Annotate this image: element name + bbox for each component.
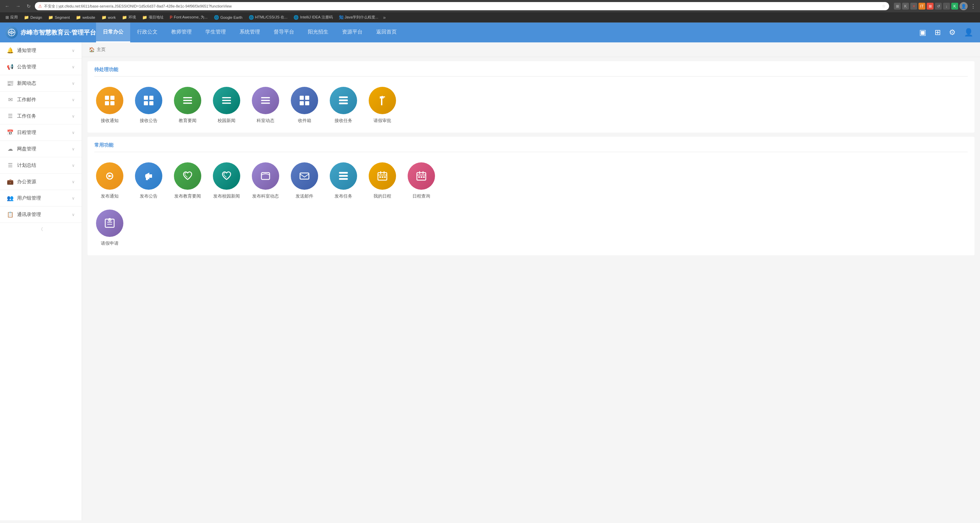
func-publish-notification[interactable]: 发布通知 bbox=[94, 163, 125, 199]
bookmark-work[interactable]: 📁 work bbox=[99, 14, 119, 21]
nav-tab-admin[interactable]: 行政公文 bbox=[130, 22, 164, 42]
sidebar-item-left-6: 📅 日程管理 bbox=[7, 129, 36, 136]
bookmark-html[interactable]: 🌐 HTML/CSS/JS 在... bbox=[246, 14, 290, 21]
sidebar-item-tasks[interactable]: ☰ 工作任务 ∨ bbox=[0, 108, 82, 124]
address-bar[interactable]: ⚠ 不安全 | ypt.cfedu.net:6611/base-server/a… bbox=[35, 2, 889, 10]
func-schedule-query[interactable]: 日程查询 bbox=[406, 163, 437, 199]
sidebar-label-schedule: 日程管理 bbox=[17, 129, 36, 136]
ext-button-5[interactable]: ⊞ bbox=[927, 3, 934, 10]
common-function-grid: 发布通知 发布公告 bbox=[94, 159, 968, 203]
bookmark-fontawesome[interactable]: P Font Awesome, 为... bbox=[167, 14, 210, 21]
svg-point-55 bbox=[109, 219, 110, 220]
bookmark-design[interactable]: 📁 Design bbox=[21, 14, 45, 21]
svg-rect-21 bbox=[305, 96, 309, 100]
main-layout: 🔔 通知管理 ∨ 📢 公告管理 ∨ 📰 新闻动态 ∨ ✉ 工作邮件 ∨ bbox=[0, 42, 980, 520]
bookmark-website[interactable]: 📁 website bbox=[73, 14, 98, 21]
menu-button[interactable]: ⋮ bbox=[969, 3, 977, 10]
svg-rect-34 bbox=[339, 172, 348, 174]
ext-button-4[interactable]: IT bbox=[918, 3, 925, 10]
bookmark-segment[interactable]: 📁 Segment bbox=[45, 14, 72, 21]
ext-button-6[interactable]: ↺ bbox=[935, 3, 942, 10]
func-publish-announcement[interactable]: 发布公告 bbox=[133, 163, 164, 199]
bookmark-label: 环境 bbox=[129, 15, 136, 20]
sidebar-item-netdisk[interactable]: ☁ 网盘管理 ∨ bbox=[0, 141, 82, 157]
nav-tab-supervision[interactable]: 督导平台 bbox=[267, 22, 301, 42]
func-label-publish-dept-news: 发布科室动态 bbox=[252, 193, 279, 199]
bookmark-label: IntelliJ IDEA 注册码 bbox=[300, 15, 332, 20]
bookmark-env[interactable]: 📁 环境 bbox=[119, 14, 139, 21]
sidebar-collapse-button[interactable]: 《 bbox=[0, 223, 82, 236]
pending-section: 待处理功能 接收通知 bbox=[88, 61, 975, 132]
svg-rect-23 bbox=[305, 101, 309, 105]
bookmark-intellij[interactable]: 🌐 IntelliJ IDEA 注册码 bbox=[291, 14, 335, 21]
settings-button[interactable]: ⚙ bbox=[948, 27, 957, 38]
bookmark-project[interactable]: 📁 项目地址 bbox=[139, 14, 166, 21]
sidebar-item-schedule[interactable]: 📅 日程管理 ∨ bbox=[0, 124, 82, 141]
svg-rect-4 bbox=[110, 96, 115, 100]
svg-rect-13 bbox=[183, 102, 192, 104]
ext-button-3[interactable]: ✕ bbox=[910, 3, 917, 10]
email-icon: ✉ bbox=[7, 96, 14, 103]
home-icon: 🏠 bbox=[89, 47, 95, 52]
forward-button[interactable]: → bbox=[14, 2, 22, 10]
func-campus-news[interactable]: 校园新闻 bbox=[211, 87, 242, 124]
svg-rect-43 bbox=[384, 176, 386, 178]
nav-tab-recruitment[interactable]: 阳光招生 bbox=[301, 22, 335, 42]
func-send-email[interactable]: 发送邮件 bbox=[289, 163, 320, 199]
refresh-button[interactable]: ↻ bbox=[25, 2, 33, 10]
user-avatar-browser[interactable]: 👤 bbox=[959, 2, 968, 10]
schedule-icon: 📅 bbox=[7, 129, 14, 136]
nav-tab-system[interactable]: 系统管理 bbox=[233, 22, 267, 42]
func-publish-task[interactable]: 发布任务 bbox=[328, 163, 359, 199]
sidebar-item-usergroup[interactable]: 👥 用户组管理 ∨ bbox=[0, 190, 82, 206]
svg-rect-33 bbox=[300, 173, 309, 179]
svg-rect-50 bbox=[423, 176, 425, 178]
nav-tab-student[interactable]: 学生管理 bbox=[199, 22, 233, 42]
sidebar-item-contacts[interactable]: 📋 通讯录管理 ∨ bbox=[0, 206, 82, 223]
grid-button[interactable]: ⊞ bbox=[933, 27, 942, 38]
nav-tab-daily[interactable]: 日常办公 bbox=[96, 22, 130, 42]
func-circle-my-schedule bbox=[369, 163, 396, 190]
func-dept-news[interactable]: 科室动态 bbox=[250, 87, 281, 124]
func-inbox[interactable]: 收件箱 bbox=[289, 87, 320, 124]
nav-tab-teacher[interactable]: 教师管理 bbox=[164, 22, 199, 42]
more-bookmarks[interactable]: » bbox=[383, 15, 386, 20]
func-receive-notification[interactable]: 接收通知 bbox=[94, 87, 125, 124]
nav-tab-home[interactable]: 返回首页 bbox=[369, 22, 404, 42]
func-publish-edu-news[interactable]: 发布教育要闻 bbox=[172, 163, 203, 199]
ext-button-2[interactable]: K bbox=[902, 3, 909, 10]
func-my-schedule[interactable]: 我的日程 bbox=[367, 163, 398, 199]
star-icon[interactable]: ☆ bbox=[882, 4, 886, 8]
nav-tab-resource[interactable]: 资源平台 bbox=[335, 22, 369, 42]
copy-button[interactable]: ▣ bbox=[918, 27, 928, 38]
sidebar-item-announcement[interactable]: 📢 公告管理 ∨ bbox=[0, 59, 82, 75]
func-publish-campus-news[interactable]: 发布校园新闻 bbox=[211, 163, 242, 199]
func-label-dept-news: 科室动态 bbox=[257, 118, 274, 124]
bookmark-apps[interactable]: ⊞ 应用 bbox=[3, 14, 21, 21]
bookmark-google-earth[interactable]: 🌐 Google Earth bbox=[211, 14, 245, 21]
svg-rect-10 bbox=[150, 101, 153, 105]
func-receive-task[interactable]: 接收任务 bbox=[328, 87, 359, 124]
sidebar-item-plan[interactable]: ☰ 计划总结 ∨ bbox=[0, 157, 82, 174]
sidebar-item-office[interactable]: 💼 办公资源 ∨ bbox=[0, 174, 82, 190]
ext-button-7[interactable]: ↓ bbox=[943, 3, 950, 10]
sidebar-label-netdisk: 网盘管理 bbox=[17, 146, 36, 152]
sidebar-item-news[interactable]: 📰 新闻动态 ∨ bbox=[0, 75, 82, 92]
bookmark-java[interactable]: 知 Java学到什么程度... bbox=[336, 13, 381, 22]
func-publish-dept-news[interactable]: 发布科室动态 bbox=[250, 163, 281, 199]
chevron-icon-11: ∨ bbox=[72, 212, 75, 217]
func-leave-apply[interactable]: 请假申请 bbox=[94, 209, 125, 246]
ext-button-1[interactable]: ⊞ bbox=[894, 3, 901, 10]
user-button[interactable]: 👤 bbox=[963, 27, 975, 38]
sidebar-item-notification[interactable]: 🔔 通知管理 ∨ bbox=[0, 42, 82, 59]
func-leave-approval[interactable]: 请假审批 bbox=[367, 87, 398, 124]
svg-rect-18 bbox=[261, 100, 270, 101]
back-button[interactable]: ← bbox=[3, 2, 12, 10]
ext-button-8[interactable]: K bbox=[951, 3, 958, 10]
func-edu-news[interactable]: 教育要闻 bbox=[172, 87, 203, 124]
svg-rect-27 bbox=[380, 96, 385, 97]
sidebar-item-email[interactable]: ✉ 工作邮件 ∨ bbox=[0, 92, 82, 108]
func-receive-announcement[interactable]: 接收公告 bbox=[133, 87, 164, 124]
sidebar-label-email: 工作邮件 bbox=[17, 97, 36, 103]
svg-rect-19 bbox=[261, 102, 270, 104]
